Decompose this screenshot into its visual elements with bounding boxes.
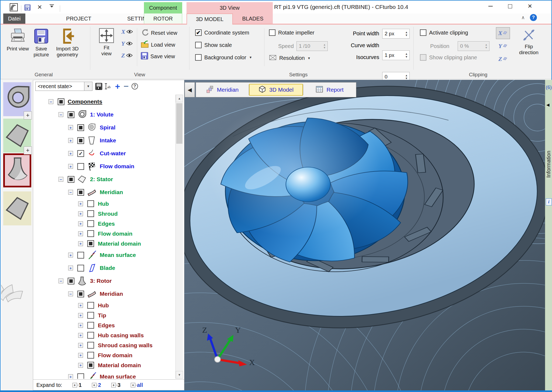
tree-row[interactable]: +Tip: [33, 310, 184, 320]
tree-row[interactable]: −Meridian: [33, 186, 184, 199]
tree-checkbox-empty[interactable]: [87, 332, 94, 339]
tree-row[interactable]: +Flow domain: [33, 350, 184, 360]
speed-spinner[interactable]: 1 /10 ▲▼: [296, 41, 328, 51]
tree-item-label[interactable]: Shroud: [98, 211, 118, 217]
tree-checkbox-empty[interactable]: [77, 252, 84, 259]
collapse-icon[interactable]: −: [58, 177, 63, 182]
spinner-arrows-icon[interactable]: ▲▼: [483, 43, 489, 49]
background-color-button[interactable]: Background color ▼: [195, 54, 252, 61]
tree-item-label[interactable]: Material domain: [98, 362, 141, 369]
tree-item-label[interactable]: 3: Rotor: [90, 278, 112, 284]
tree-row[interactable]: +Shroud casing walls: [33, 340, 184, 350]
tree-item-label[interactable]: Hub: [98, 201, 109, 207]
tree-checkbox-empty[interactable]: [87, 342, 94, 349]
component-thumb-stator-2[interactable]: [3, 191, 31, 225]
tree-checkbox-empty[interactable]: [87, 210, 94, 217]
tree-row[interactable]: +Spiral: [33, 121, 184, 134]
menu-tab-project[interactable]: PROJECT: [60, 13, 97, 24]
expand-icon[interactable]: +: [68, 253, 73, 257]
expand-icon[interactable]: +: [68, 138, 73, 143]
tree-checkbox-filled[interactable]: [68, 278, 74, 284]
tree-help-button[interactable]: ?: [131, 82, 139, 90]
tree-item-label[interactable]: Edges: [98, 322, 115, 329]
tree-checkbox-empty[interactable]: [87, 322, 94, 329]
reset-view-button[interactable]: Reset view: [141, 28, 177, 38]
expand-icon[interactable]: +: [78, 241, 83, 246]
expand-level-1[interactable]: +1: [73, 382, 82, 388]
show-clipping-plane-checkbox[interactable]: Show clipping plane: [420, 54, 477, 61]
tree-item-label[interactable]: Cut-water: [100, 150, 126, 157]
spinner-arrows-icon[interactable]: ▲▼: [403, 74, 409, 80]
tree-row[interactable]: +✓Cut-water: [33, 147, 184, 160]
tree-row[interactable]: −Meridian: [33, 287, 184, 300]
collapse-icon[interactable]: −: [58, 278, 63, 283]
tree-row[interactable]: +Edges: [33, 320, 184, 330]
tree-item-label[interactable]: 2: Stator: [90, 176, 113, 183]
tree-row[interactable]: +Hub: [33, 300, 184, 310]
tree-row[interactable]: +Flow domain: [33, 229, 184, 239]
tree-item-label[interactable]: Shroud casing walls: [98, 342, 153, 349]
expand-icon[interactable]: +: [68, 151, 73, 156]
tree-row[interactable]: +Intake: [33, 134, 184, 147]
tree-row[interactable]: +Hub: [33, 199, 184, 209]
tree-item-label[interactable]: Blade: [100, 265, 115, 271]
menu-tab-datei[interactable]: Datei: [3, 13, 25, 24]
close-button[interactable]: ✕: [521, 1, 539, 12]
tree-scrollbar[interactable]: ▲ ▼: [175, 95, 183, 379]
expand-icon[interactable]: +: [78, 323, 83, 328]
quick-access-dropdown-icon[interactable]: [50, 4, 54, 8]
tree-row[interactable]: +Material domain: [33, 360, 184, 370]
tree-checkbox-empty[interactable]: [87, 200, 94, 207]
resolution-button[interactable]: Resolution ▼: [269, 54, 310, 62]
tree-checkbox-empty[interactable]: [87, 312, 94, 319]
view-tab-meridian[interactable]: Meridian: [196, 84, 249, 96]
save-state-button[interactable]: [95, 82, 103, 90]
point-width-spinner[interactable]: 2 px ▲▼: [382, 29, 410, 39]
collapse-icon[interactable]: −: [68, 190, 73, 195]
tree-checkbox-filled[interactable]: [77, 189, 84, 196]
save-view-button[interactable]: Save view: [141, 52, 175, 61]
collapse-icon[interactable]: −: [68, 291, 73, 296]
expand-icon[interactable]: +: [68, 374, 73, 379]
close-project-icon[interactable]: ✕: [37, 4, 42, 11]
tree-item-label[interactable]: Edges: [98, 221, 115, 227]
fit-view-button[interactable]: Fit view: [94, 28, 119, 57]
tree-row[interactable]: +Mean surface: [33, 370, 184, 379]
tree-checkbox-filled[interactable]: [58, 98, 64, 105]
tree-checkbox-empty[interactable]: [87, 352, 94, 359]
collapse-icon[interactable]: −: [58, 112, 63, 117]
help-icon[interactable]: ?: [530, 14, 537, 21]
menu-tab-blades[interactable]: BLADES: [233, 13, 273, 24]
tree-checkbox-filled[interactable]: [68, 111, 74, 118]
import-3d-geometry-button[interactable]: Import 3D geometry: [52, 28, 82, 58]
tree-checkbox-empty[interactable]: [77, 163, 84, 170]
view-tab-report[interactable]: Report: [303, 84, 356, 96]
tree-checkbox-empty[interactable]: [87, 220, 94, 227]
tree-item-label[interactable]: Hub: [98, 302, 109, 309]
expand-icon[interactable]: +: [78, 353, 83, 358]
information-side-tab[interactable]: (6) ◀ Information i: [545, 80, 552, 390]
tree-checkbox-filled[interactable]: [87, 362, 94, 369]
tree-item-label[interactable]: Flow domain: [98, 352, 132, 359]
expand-icon[interactable]: +: [68, 164, 73, 169]
tree-row[interactable]: +Shroud: [33, 209, 184, 219]
view-axis-y-toggle[interactable]: Y: [121, 40, 133, 47]
expand-icon[interactable]: +: [68, 266, 73, 270]
menu-tab-rotor[interactable]: ROTOR: [144, 13, 182, 24]
collapse-left-icon[interactable]: ◀: [546, 102, 550, 107]
expand-icon[interactable]: +: [68, 125, 73, 130]
tab-scroll-left-icon[interactable]: ◀: [185, 82, 195, 97]
tree-item-label[interactable]: Meridian: [100, 189, 123, 195]
minimize-button[interactable]: [482, 1, 499, 12]
tree-item-label[interactable]: Intake: [100, 137, 116, 144]
show-scale-checkbox[interactable]: Show scale: [195, 42, 232, 48]
tree-checkbox-checked[interactable]: ✓: [77, 150, 84, 157]
expand-icon[interactable]: +: [78, 313, 83, 318]
collapse-ribbon-icon[interactable]: ∧: [521, 15, 525, 20]
component-thumb-rotor-selected[interactable]: [3, 153, 31, 187]
expand-icon[interactable]: +: [78, 343, 83, 348]
tree-checkbox-empty[interactable]: [77, 373, 84, 379]
expand-all[interactable]: +all: [131, 382, 143, 388]
tree-row[interactable]: +Blade: [33, 262, 184, 274]
rename-state-button[interactable]: ab: [104, 82, 112, 90]
